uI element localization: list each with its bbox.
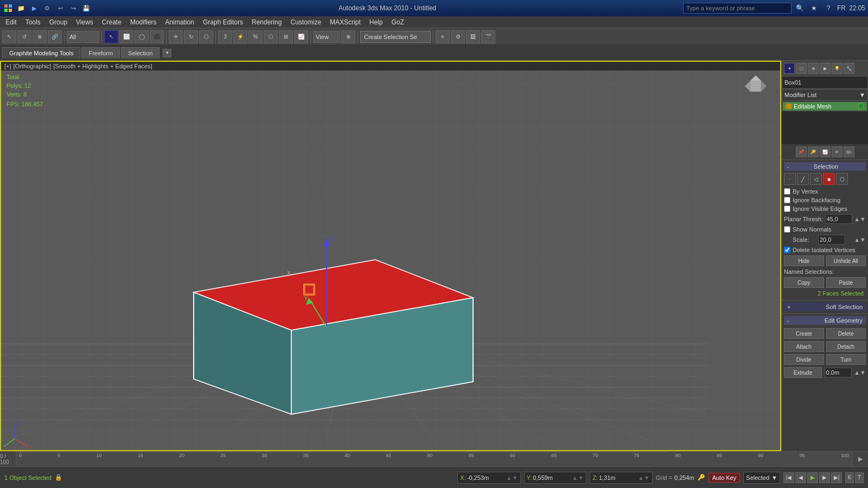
vertex-select-icon[interactable]: · [784, 173, 796, 185]
render-tool[interactable]: 🖼 [466, 30, 480, 43]
menu-maxscript[interactable]: MAXScript [326, 17, 365, 27]
planar-thresh-input[interactable] [825, 214, 852, 224]
go-start-button[interactable]: |◀ [783, 472, 794, 483]
edit-geometry-header[interactable]: - Edit Geometry [784, 316, 866, 325]
3d-snap-tool[interactable]: 3 [218, 30, 232, 43]
modifier-item-editable-mesh[interactable]: Editable Mesh [783, 102, 867, 111]
modifier-list-dropdown[interactable]: Modifier List ▼ [782, 89, 868, 101]
vp-shading-button[interactable]: [Smooth + Highlights + Edged Faces] [53, 63, 152, 69]
utilities-panel-tab[interactable]: 🔧 [844, 63, 854, 74]
y-input[interactable] [533, 474, 571, 481]
create-button[interactable]: Create [784, 328, 824, 339]
settings2-tool[interactable]: ⚙ [451, 30, 465, 43]
select-tool[interactable]: ↖ [2, 30, 16, 43]
by-vertex-checkbox[interactable] [784, 188, 790, 195]
ribbon-tab-freeform[interactable]: Freeform [81, 47, 120, 59]
play-button[interactable]: ▶ [807, 472, 818, 483]
scale-input[interactable] [818, 235, 845, 245]
y-spinner[interactable]: ▲▼ [572, 474, 584, 481]
face-select-icon[interactable]: ■ [823, 173, 835, 185]
x-input[interactable] [467, 474, 505, 481]
vp-projection-button[interactable]: [Orthographic] [14, 63, 52, 69]
vp-plus-button[interactable]: [+] [4, 63, 11, 69]
next-frame-button[interactable]: ▶ [819, 472, 830, 483]
timeline-track[interactable]: 0 5 10 15 20 25 30 35 40 45 50 55 60 65 … [16, 452, 852, 466]
scale-gizmo-tool[interactable]: ⬡ [199, 30, 213, 43]
viewport-compass[interactable] [742, 73, 769, 100]
scale-tool[interactable]: ⊕ [33, 30, 47, 43]
windows-icon[interactable] [3, 3, 14, 14]
key-mode-button[interactable]: K [845, 472, 854, 483]
extrude-spinner[interactable]: ▲▼ [854, 369, 866, 376]
menu-create[interactable]: Create [98, 17, 126, 27]
move-tool[interactable]: ✛ [169, 30, 183, 43]
display-panel-tab[interactable]: 💡 [832, 63, 843, 74]
detach-button[interactable]: Detach [826, 341, 866, 352]
magnet-tool[interactable]: ⚡ [233, 30, 247, 43]
delete-button[interactable]: Delete [826, 328, 866, 339]
search-icon[interactable]: 🔍 [795, 3, 806, 14]
lock-icon[interactable]: 🔒 [55, 474, 62, 481]
extrude-button[interactable]: Extrude [784, 367, 822, 378]
paste-button[interactable]: Paste [826, 277, 866, 288]
hide-button[interactable]: Hide [784, 255, 824, 266]
menu-graph-editors[interactable]: Graph Editors [199, 17, 247, 27]
anim-tool[interactable]: 🎬 [481, 30, 495, 43]
turn-button[interactable]: Turn [826, 354, 866, 365]
menu-views[interactable]: Views [72, 17, 98, 27]
motion-panel-tab[interactable]: ▶ [820, 63, 831, 74]
unhide-all-button[interactable]: Unhide All [826, 255, 866, 266]
select-lasso-tool[interactable]: ◯ [135, 30, 149, 43]
undo-icon[interactable]: ↩ [55, 3, 66, 14]
3d-icon[interactable]: 3D [844, 146, 854, 157]
modify-panel-tab[interactable]: ⬡ [796, 63, 807, 74]
z-spinner[interactable]: ▲▼ [638, 474, 650, 481]
mirror-tool[interactable]: ⬡ [264, 30, 278, 43]
menu-animation[interactable]: Animation [161, 17, 199, 27]
scale-spinner[interactable]: ▲▼ [854, 236, 866, 243]
object-name-input[interactable] [782, 76, 868, 89]
settings-icon[interactable]: ⚙ [42, 3, 53, 14]
select-region-tool[interactable]: ⬜ [119, 30, 133, 43]
border-select-icon[interactable]: ◁ [810, 173, 822, 185]
show-normals-checkbox[interactable] [784, 226, 790, 233]
star-icon[interactable]: ★ [809, 3, 820, 14]
delete-icon[interactable]: ✕ [832, 146, 843, 157]
help-icon[interactable]: ? [823, 3, 834, 14]
go-end-button[interactable]: ▶| [831, 472, 842, 483]
menu-tools[interactable]: Tools [21, 17, 45, 27]
menu-modifiers[interactable]: Modifiers [126, 17, 161, 27]
link-tool[interactable]: 🔗 [48, 30, 62, 43]
redo-icon[interactable]: ↪ [68, 3, 79, 14]
rotate-gizmo-tool[interactable]: ↻ [184, 30, 198, 43]
rotate-tool[interactable]: ↺ [17, 30, 31, 43]
menu-edit[interactable]: Edit [1, 17, 21, 27]
graph-icon[interactable]: 📈 [820, 146, 831, 157]
menu-group[interactable]: Group [45, 17, 72, 27]
menu-rendering[interactable]: Rendering [247, 17, 286, 27]
planar-thresh-spinner[interactable]: ▲▼ [854, 216, 866, 222]
ribbon-collapse-button[interactable]: ▼ [163, 49, 171, 57]
save-icon[interactable]: 💾 [81, 3, 92, 14]
x-spinner[interactable]: ▲▼ [506, 474, 518, 481]
curve-editor-tool[interactable]: 📈 [294, 30, 308, 43]
pin-icon[interactable]: 📌 [796, 146, 807, 157]
media-icon[interactable]: ▶ [29, 3, 40, 14]
divide-button[interactable]: Divide [784, 354, 824, 365]
ribbon-tab-selection[interactable]: Selection [121, 47, 159, 59]
ignore-visible-edges-checkbox[interactable] [784, 206, 790, 212]
viewport[interactable]: [+] [Orthographic] [Smooth + Highlights … [0, 61, 781, 451]
create-panel-tab[interactable]: ✦ [784, 63, 795, 74]
layer-tool[interactable]: ≡ [436, 30, 450, 43]
menu-goz[interactable]: GoZ [387, 17, 408, 27]
time-config-button[interactable]: T [855, 472, 864, 483]
z-input[interactable] [599, 474, 637, 481]
copy-button[interactable]: Copy [784, 277, 824, 288]
prev-frame-button[interactable]: ◀ [795, 472, 806, 483]
ignore-backfacing-checkbox[interactable] [784, 197, 790, 203]
folder-icon[interactable]: 📁 [16, 3, 27, 14]
timeline-right-arrow[interactable]: ▶ [858, 455, 863, 463]
filter-dropdown[interactable]: All [67, 31, 99, 43]
align-tool[interactable]: ⊞ [279, 30, 293, 43]
selection-section-title[interactable]: - Selection [784, 162, 866, 171]
